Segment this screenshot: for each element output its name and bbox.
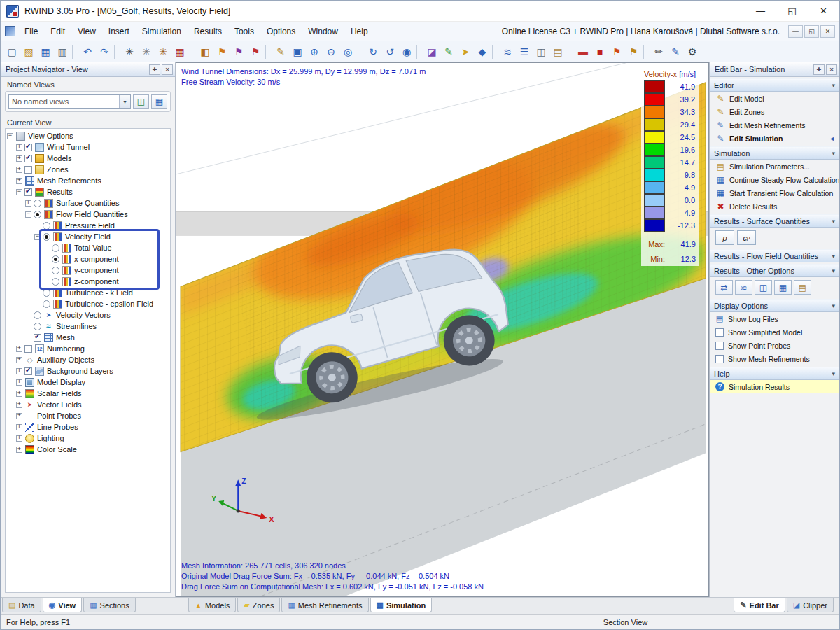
- tree-expander-icon[interactable]: [16, 189, 22, 195]
- section-simulation-header[interactable]: Simulation ▾: [710, 146, 839, 160]
- display-option-checkbox[interactable]: [715, 342, 724, 350]
- toolbar-button[interactable]: ✳: [138, 43, 155, 60]
- tree-item[interactable]: Surface Quantities: [6, 197, 170, 209]
- toolbar-button[interactable]: ◎: [340, 43, 356, 60]
- tree-expander-icon[interactable]: [16, 167, 22, 173]
- toolbar-button[interactable]: ◉: [398, 43, 415, 60]
- toolbar-button[interactable]: ↶: [79, 43, 96, 60]
- pressure-coefficient-button[interactable]: cp: [737, 230, 756, 245]
- toolbar-button[interactable]: ▬: [575, 43, 592, 60]
- toolbar-button[interactable]: [114, 45, 119, 59]
- toolbar-button[interactable]: ≋: [499, 43, 516, 60]
- toolbar-button[interactable]: ◆: [474, 43, 491, 60]
- tree-expander-icon[interactable]: [7, 133, 13, 139]
- tree-expander-icon[interactable]: [16, 447, 22, 453]
- close-icon[interactable]: ✕: [808, 1, 839, 21]
- toolbar-button[interactable]: ⚑: [230, 43, 247, 60]
- toolbar-button[interactable]: ↻: [365, 43, 382, 60]
- tree-toggle[interactable]: [24, 166, 32, 174]
- tree-toggle[interactable]: [24, 368, 32, 375]
- tree-item[interactable]: Background Layers: [6, 365, 170, 377]
- pin-icon[interactable]: ✚: [149, 64, 160, 75]
- toolbar-button[interactable]: ✳: [121, 43, 138, 60]
- toolbar-button[interactable]: ◪: [424, 43, 440, 60]
- result-option-button[interactable]: ▤: [794, 280, 811, 295]
- mdi-restore-icon[interactable]: ◱: [804, 25, 819, 38]
- named-views-tool-button[interactable]: ◫: [133, 94, 149, 108]
- tree-item[interactable]: Vector Fields: [6, 399, 170, 410]
- toolbar-button[interactable]: ▦: [172, 43, 188, 60]
- result-option-button[interactable]: ◫: [755, 280, 772, 295]
- named-views-combobox[interactable]: No named views ▾: [8, 94, 131, 108]
- toolbar-button[interactable]: [72, 45, 77, 59]
- toolbar-button[interactable]: ⊕: [306, 43, 323, 60]
- toolbar-button[interactable]: [358, 45, 363, 59]
- tree-item[interactable]: Auxiliary Objects: [6, 354, 170, 365]
- tree-item[interactable]: Streamlines: [6, 321, 170, 332]
- tree-item[interactable]: Mesh: [6, 332, 170, 343]
- tree-toggle[interactable]: [24, 188, 32, 196]
- tree-expander-icon[interactable]: [16, 144, 22, 150]
- display-option[interactable]: ▤ Show Log Files: [710, 312, 839, 326]
- toolbar-button[interactable]: ▤: [550, 43, 566, 60]
- display-option[interactable]: Show Simplified Model: [710, 326, 839, 339]
- toolbar-button[interactable]: ↺: [382, 43, 398, 60]
- menu-item[interactable]: Simulation: [136, 23, 188, 40]
- toolbar-button[interactable]: ✎: [272, 43, 289, 60]
- minimize-icon[interactable]: —: [745, 1, 776, 21]
- tree-item[interactable]: View Options: [6, 130, 170, 141]
- tree-item[interactable]: Model Display: [6, 377, 170, 388]
- restore-icon[interactable]: ◱: [776, 1, 808, 21]
- tree-item[interactable]: y-component: [6, 265, 170, 276]
- tree-expander-icon[interactable]: [16, 357, 22, 363]
- chevron-down-icon[interactable]: ▾: [119, 95, 130, 108]
- toolbar-button[interactable]: ⚑: [247, 43, 264, 60]
- tree-toggle[interactable]: [34, 312, 41, 319]
- display-option[interactable]: Show Mesh Refinements: [710, 352, 839, 365]
- menu-item[interactable]: Insert: [102, 23, 136, 40]
- close-icon[interactable]: ✕: [826, 64, 837, 75]
- toolbar-button[interactable]: [265, 45, 270, 59]
- toolbar-button[interactable]: ▧: [20, 43, 37, 60]
- tree-item[interactable]: Results: [6, 186, 170, 197]
- mdi-close-icon[interactable]: ✕: [820, 25, 835, 38]
- menu-item[interactable]: Options: [260, 23, 302, 40]
- navigator-tab[interactable]: ◉ View: [43, 598, 82, 612]
- result-option-button[interactable]: ≋: [735, 280, 752, 295]
- section-surface-quantities-header[interactable]: Results - Surface Quantities ▾: [710, 214, 839, 227]
- tree-expander-icon[interactable]: [16, 413, 22, 419]
- section-other-options-header[interactable]: Results - Other Options ▾: [710, 264, 839, 277]
- tree-item[interactable]: Turbulence - epsilon Field: [6, 298, 170, 309]
- tree-expander-icon[interactable]: [16, 346, 22, 352]
- tree-item[interactable]: Color Scale: [6, 444, 170, 455]
- edit-bar-item[interactable]: ▤ Simulation Parameters...: [710, 160, 839, 173]
- display-option[interactable]: Show Point Probes: [710, 339, 839, 352]
- tree-toggle[interactable]: [34, 200, 41, 207]
- tree-expander-icon[interactable]: [25, 200, 31, 206]
- result-option-button[interactable]: ▦: [774, 280, 792, 295]
- tree-expander-icon[interactable]: [16, 379, 22, 386]
- toolbar-button[interactable]: [568, 45, 573, 59]
- section-help-header[interactable]: Help ▾: [710, 367, 839, 380]
- tree-item[interactable]: Scalar Fields: [6, 388, 170, 399]
- toolbar-button[interactable]: ✳: [155, 43, 172, 60]
- tree-toggle[interactable]: [34, 334, 41, 342]
- tree-toggle[interactable]: [52, 278, 59, 286]
- toolbar-button[interactable]: ➤: [457, 43, 474, 60]
- toolbar-button[interactable]: ✎: [440, 43, 457, 60]
- toolbar-button[interactable]: [492, 45, 497, 59]
- tree-toggle[interactable]: [34, 323, 41, 330]
- tree-toggle[interactable]: [24, 155, 32, 162]
- section-editor-header[interactable]: Editor ▾: [710, 78, 839, 92]
- named-views-tool-button[interactable]: ▦: [151, 94, 167, 108]
- toolbar-button[interactable]: ⚑: [625, 43, 642, 60]
- toolbar-button[interactable]: ▣: [289, 43, 306, 60]
- navigator-tab[interactable]: ▤ Data: [2, 598, 41, 612]
- tree-item[interactable]: Velocity Field: [6, 231, 170, 242]
- tree-item[interactable]: Turbulence - k Field: [6, 287, 170, 298]
- toolbar-button[interactable]: ■: [592, 43, 608, 60]
- edit-bar-item[interactable]: ✎ Edit Model: [710, 92, 839, 105]
- tree-expander-icon[interactable]: [16, 435, 22, 442]
- tree-item[interactable]: Velocity Vectors: [6, 309, 170, 321]
- workspace-tab[interactable]: ▦ Simulation: [370, 598, 433, 612]
